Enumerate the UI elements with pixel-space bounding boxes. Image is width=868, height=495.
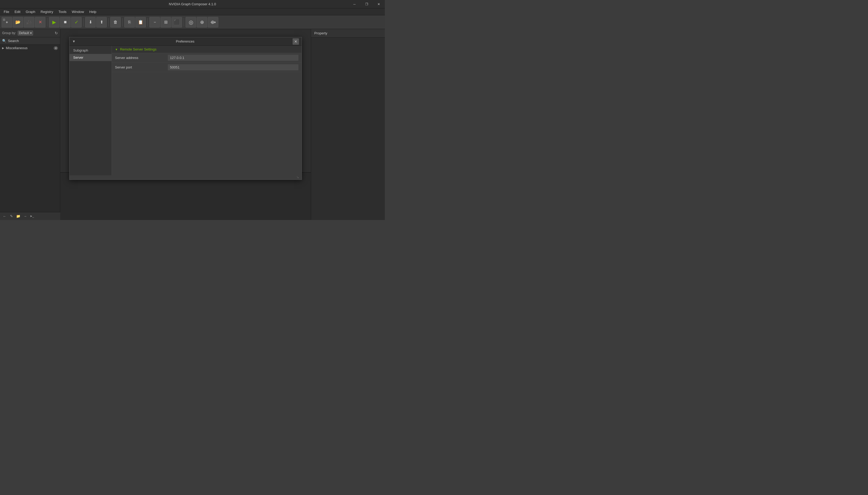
server-port-input[interactable] bbox=[168, 64, 298, 70]
restore-button[interactable]: ❐ bbox=[360, 0, 373, 8]
sidebar-tree: ▶ Miscellaneous 4 bbox=[0, 45, 60, 212]
dialog-resize-area: ↘ bbox=[70, 175, 302, 180]
menu-registry[interactable]: Registry bbox=[38, 9, 56, 15]
crosshair-button[interactable]: ⊕ bbox=[197, 17, 207, 28]
menu-tools[interactable]: Tools bbox=[56, 9, 69, 15]
group-by-label: Group by: bbox=[2, 31, 16, 35]
menu-window[interactable]: Window bbox=[69, 9, 87, 15]
camera-button[interactable]: 🎥 bbox=[24, 17, 34, 28]
download-ext-button[interactable]: ⬇ bbox=[85, 17, 96, 28]
sidebar-bottom-controls: ← ✎ 📁 → ➤_ bbox=[0, 212, 60, 220]
preferences-dialog: ▼ Preferences ✕ Subgraph Server bbox=[69, 37, 302, 180]
server-port-row: Server port bbox=[112, 63, 302, 72]
title-bar: NVIDIA Graph Composer 4.1.0 ─ ❐ ✕ bbox=[0, 0, 385, 8]
dialog-close-button[interactable]: ✕ bbox=[293, 38, 299, 45]
close-button[interactable]: ✕ bbox=[373, 0, 385, 8]
canvas-area: ▼ Preferences ✕ Subgraph Server bbox=[60, 29, 311, 220]
dialog-sidebar: Subgraph Server bbox=[70, 46, 112, 175]
stop-button[interactable]: ■ bbox=[60, 17, 71, 28]
folder-button[interactable]: 📁 bbox=[15, 214, 21, 219]
play-button[interactable]: ▶ bbox=[49, 17, 59, 28]
grid-button[interactable]: ⊞ bbox=[160, 17, 171, 28]
server-address-row: Server address bbox=[112, 53, 302, 63]
menu-graph[interactable]: Graph bbox=[23, 9, 38, 15]
search-row: 🔍 Search bbox=[0, 37, 60, 45]
back-button[interactable]: ← bbox=[2, 214, 7, 219]
dialog-title: Preferences bbox=[78, 39, 293, 44]
section-arrow-icon: ▼ bbox=[115, 48, 118, 51]
section-title: Remote Server Settings bbox=[120, 47, 157, 51]
toolbar-sep-2 bbox=[83, 18, 84, 27]
property-header: Property bbox=[311, 29, 385, 37]
server-port-label: Server port bbox=[115, 65, 168, 69]
dialog-sidebar-server[interactable]: Server bbox=[70, 54, 111, 61]
record-button[interactable]: ⬛ bbox=[172, 17, 182, 28]
terminal-button[interactable]: ➤_ bbox=[29, 214, 35, 219]
refresh-button[interactable]: ↻ bbox=[55, 31, 58, 35]
tree-arrow-icon: ▶ bbox=[2, 47, 4, 49]
new-graph-button[interactable]: + ⊡ bbox=[2, 17, 12, 28]
group-by-row: Group by: Default ▾ ↻ bbox=[0, 29, 60, 37]
property-panel: Property bbox=[311, 29, 385, 220]
app-title: NVIDIA Graph Composer 4.1.0 bbox=[169, 2, 216, 6]
dialog-section-header: ▼ Remote Server Settings bbox=[112, 46, 302, 53]
server-address-label: Server address bbox=[115, 56, 168, 60]
upload-ext-button[interactable]: ⬆ bbox=[96, 17, 107, 28]
search-label[interactable]: Search bbox=[8, 39, 19, 43]
target-button[interactable]: ◎ bbox=[185, 17, 196, 28]
tree-item-count: 4 bbox=[54, 46, 58, 50]
group-by-value: Default bbox=[19, 31, 29, 35]
dialog-title-bar: ▼ Preferences ✕ bbox=[70, 37, 302, 46]
menu-help[interactable]: Help bbox=[87, 9, 99, 15]
toolbar-sep-5 bbox=[147, 18, 148, 27]
menu-edit[interactable]: Edit bbox=[12, 9, 23, 15]
chevron-down-icon: ▾ bbox=[30, 31, 32, 35]
server-address-input[interactable] bbox=[168, 55, 298, 61]
minimize-button[interactable]: ─ bbox=[348, 0, 360, 8]
left-sidebar: Group by: Default ▾ ↻ 🔍 Search ▶ Miscell… bbox=[0, 29, 60, 220]
more-button[interactable]: ··· bbox=[149, 17, 160, 28]
group-by-select[interactable]: Default ▾ bbox=[18, 31, 33, 35]
edit-button[interactable]: ✎ bbox=[8, 214, 14, 219]
resize-handle-icon[interactable]: ↘ bbox=[296, 175, 300, 179]
delete-button[interactable]: 🗑 bbox=[110, 17, 121, 28]
menu-bar: File Edit Graph Registry Tools Window He… bbox=[0, 8, 385, 15]
dialog-overlay: ▼ Preferences ✕ Subgraph Server bbox=[60, 29, 311, 220]
open-button[interactable]: 📂 bbox=[13, 17, 23, 28]
copy-button[interactable]: ⎘ bbox=[124, 17, 135, 28]
filter-icon: ▼ bbox=[72, 39, 76, 44]
route-button[interactable]: ⟴ bbox=[208, 17, 218, 28]
toolbar: + ⊡ 📂 🎥 ✕ ▶ ■ ✓ ⬇ ⬆ 🗑 ⎘ 📋 ··· ⊞ ⬛ ◎ ⊕ ⟴ bbox=[0, 15, 385, 29]
toolbar-sep-3 bbox=[108, 18, 109, 27]
tree-item-label: Miscellaneous bbox=[6, 46, 52, 50]
window-controls: ─ ❐ ✕ bbox=[348, 0, 385, 8]
toolbar-sep-4 bbox=[122, 18, 123, 27]
forward-button[interactable]: → bbox=[22, 214, 28, 219]
paste-button[interactable]: 📋 bbox=[135, 17, 146, 28]
dialog-sidebar-subgraph[interactable]: Subgraph bbox=[70, 47, 111, 54]
close-graph-button[interactable]: ✕ bbox=[35, 17, 46, 28]
toolbar-sep-1 bbox=[47, 18, 47, 27]
menu-file[interactable]: File bbox=[1, 9, 12, 15]
search-icon: 🔍 bbox=[2, 39, 6, 43]
check-button[interactable]: ✓ bbox=[71, 17, 82, 28]
main-layout: Group by: Default ▾ ↻ 🔍 Search ▶ Miscell… bbox=[0, 29, 385, 220]
dialog-content: ▼ Remote Server Settings Server address … bbox=[112, 46, 302, 175]
tree-item-miscellaneous[interactable]: ▶ Miscellaneous 4 bbox=[0, 45, 60, 51]
dialog-body: Subgraph Server ▼ Remote Server Settings… bbox=[70, 46, 302, 175]
